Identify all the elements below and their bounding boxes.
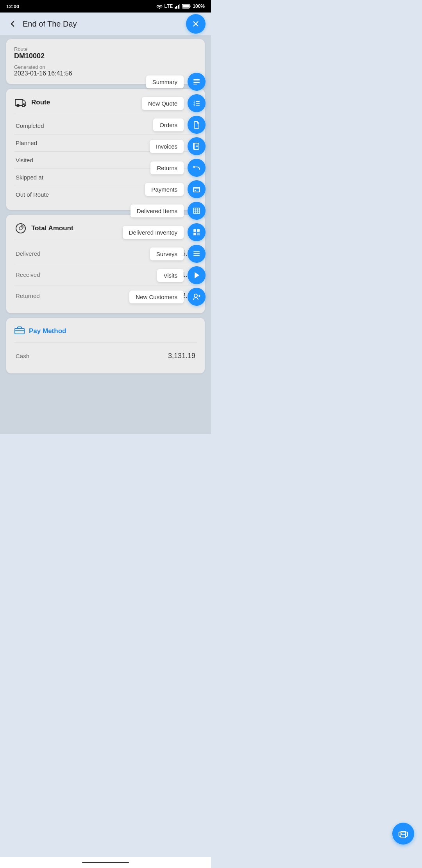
- fab-btn-new-customers[interactable]: [188, 288, 206, 306]
- fab-label-surveys[interactable]: Surveys: [150, 247, 184, 260]
- fab-btn-delivered-items[interactable]: [188, 202, 206, 220]
- pay-cash-value: 3,131.19: [168, 352, 195, 360]
- stat-label-skipped: Skipped at: [16, 174, 43, 181]
- battery-label: 100%: [193, 4, 205, 9]
- amount-label-returned: Returned: [16, 292, 40, 299]
- fab-row-visits[interactable]: Visits: [157, 266, 206, 284]
- svg-rect-37: [193, 229, 196, 232]
- battery-icon: [182, 4, 191, 9]
- fab-label-returns[interactable]: Returns: [150, 161, 184, 174]
- chart-icon: [15, 222, 27, 234]
- fab-btn-invoices[interactable]: [188, 137, 206, 155]
- svg-rect-32: [193, 208, 200, 213]
- svg-rect-39: [193, 233, 196, 235]
- svg-rect-16: [193, 79, 200, 80]
- wifi-icon: [156, 4, 163, 9]
- stat-label-visited: Visited: [16, 157, 33, 163]
- fab-btn-delivered-inventory[interactable]: [188, 223, 206, 241]
- play-icon: [193, 271, 200, 279]
- fab-btn-new-quote[interactable]: 1 2 3: [188, 94, 206, 112]
- fab-row-summary[interactable]: Summary: [146, 73, 206, 91]
- svg-rect-42: [193, 253, 200, 254]
- status-time: 12:00: [6, 4, 19, 9]
- topbar: End of The Day: [0, 13, 211, 35]
- pay-method-icon: [14, 325, 25, 337]
- svg-rect-40: [197, 233, 200, 235]
- svg-rect-18: [193, 82, 200, 83]
- svg-rect-6: [190, 5, 191, 7]
- svg-rect-43: [193, 255, 200, 256]
- fab-row-returns[interactable]: Returns: [150, 159, 206, 177]
- fab-row-orders[interactable]: Orders: [153, 116, 206, 134]
- generated-label: Generated on: [14, 64, 197, 70]
- card-icon: [193, 185, 200, 193]
- fab-label-summary[interactable]: Summary: [146, 75, 184, 88]
- status-bar: 12:00 LTE 100%: [0, 0, 211, 13]
- svg-point-13: [19, 227, 22, 230]
- page-title: End of The Day: [23, 20, 186, 29]
- pay-method-header: Pay Method: [14, 325, 197, 343]
- fab-label-new-quote[interactable]: New Quote: [142, 97, 184, 110]
- amount-label-delivered: Delivered: [16, 250, 40, 257]
- amount-label-received: Received: [16, 271, 40, 278]
- grid-icon: [193, 228, 200, 236]
- fab-row-new-customers[interactable]: New Customers: [129, 288, 206, 306]
- svg-rect-3: [179, 4, 180, 9]
- route-label-group: Route DM10002: [14, 46, 197, 60]
- fab-row-new-quote[interactable]: New Quote 1 2 3: [142, 94, 206, 112]
- fab-label-visits[interactable]: Visits: [157, 269, 184, 282]
- numbered-list-icon: 1 2 3: [193, 99, 200, 107]
- total-amount-title: Total Amount: [31, 224, 73, 232]
- fab-btn-summary[interactable]: [188, 73, 206, 91]
- fab-btn-returns[interactable]: [188, 159, 206, 177]
- svg-point-45: [194, 294, 197, 297]
- fab-row-invoices[interactable]: Invoices: [150, 137, 206, 155]
- stat-label-out-of-route: Out of Route: [16, 191, 49, 198]
- pay-cash-row: Cash 3,131.19: [14, 346, 197, 366]
- fab-label-orders[interactable]: Orders: [153, 118, 184, 131]
- fab-menu-list: Summary New Quote 1 2 3: [123, 73, 206, 306]
- close-button[interactable]: [186, 14, 206, 34]
- pay-method-title: Pay Method: [29, 327, 66, 335]
- fab-label-delivered-inventory[interactable]: Delivered Inventoy: [123, 226, 184, 239]
- signal-icon: [175, 4, 180, 9]
- fab-btn-payments[interactable]: [188, 180, 206, 198]
- svg-marker-44: [195, 272, 199, 278]
- pay-method-card: Pay Method Cash 3,131.19: [6, 318, 205, 373]
- svg-rect-41: [193, 251, 200, 252]
- fab-label-payments[interactable]: Payments: [145, 183, 184, 196]
- svg-rect-29: [193, 187, 200, 192]
- fab-label-invoices[interactable]: Invoices: [150, 140, 184, 153]
- fab-btn-orders[interactable]: [188, 116, 206, 134]
- fab-row-delivered-inventory[interactable]: Delivered Inventoy: [123, 223, 206, 241]
- back-button[interactable]: [5, 17, 20, 31]
- add-user-icon: [193, 293, 200, 301]
- fab-row-delivered-items[interactable]: Delivered Items: [131, 202, 206, 220]
- fab-row-surveys[interactable]: Surveys: [150, 245, 206, 263]
- route-section-icon: [14, 96, 27, 109]
- document-icon: [193, 121, 200, 129]
- route-value: DM10002: [14, 52, 197, 60]
- lte-label: LTE: [165, 4, 173, 9]
- return-icon: [193, 164, 200, 172]
- table-icon: [193, 207, 200, 215]
- svg-rect-38: [197, 229, 200, 232]
- svg-rect-5: [183, 5, 189, 8]
- fab-label-delivered-items[interactable]: Delivered Items: [131, 204, 184, 217]
- svg-rect-17: [193, 81, 200, 81]
- svg-text:3: 3: [193, 104, 195, 107]
- svg-rect-25: [196, 105, 200, 106]
- stat-label-completed: Completed: [16, 122, 44, 129]
- fab-label-new-customers[interactable]: New Customers: [129, 291, 184, 303]
- total-amount-icon: [14, 222, 27, 235]
- fab-btn-visits[interactable]: [188, 266, 206, 284]
- fab-btn-surveys[interactable]: [188, 245, 206, 263]
- svg-rect-1: [176, 6, 177, 9]
- stat-label-planned: Planned: [16, 140, 37, 146]
- list-icon: [193, 78, 200, 86]
- fab-row-payments[interactable]: Payments: [145, 180, 206, 198]
- svg-point-10: [22, 104, 25, 107]
- status-icons: LTE 100%: [156, 4, 205, 9]
- menu-icon: [193, 250, 200, 258]
- svg-rect-24: [196, 103, 200, 104]
